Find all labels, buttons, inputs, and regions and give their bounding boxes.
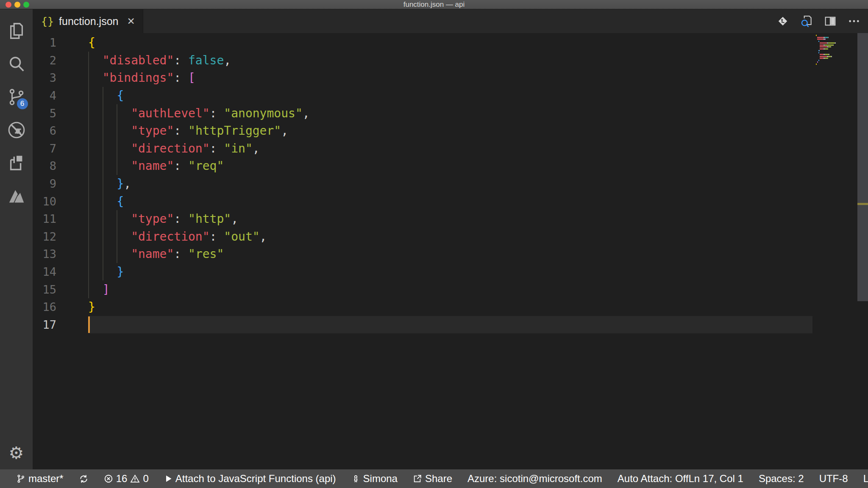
code-line[interactable]: 14}: [33, 263, 868, 281]
line-number[interactable]: 1: [33, 36, 88, 49]
tab-bar: {} function.json ✕: [33, 9, 868, 33]
line-number[interactable]: 17: [33, 318, 88, 331]
overview-cursor-marker: [857, 203, 868, 205]
line-number[interactable]: 12: [33, 230, 88, 243]
code-line[interactable]: 8"name": "req": [33, 157, 868, 175]
code-content: {: [88, 192, 812, 210]
status-label: Attach to JavaScript Functions (api): [175, 473, 336, 485]
play-icon: [164, 474, 172, 483]
line-number[interactable]: 4: [33, 89, 88, 102]
open-preview-icon[interactable]: [797, 11, 816, 31]
scrollbar[interactable]: [857, 33, 868, 469]
zoom-window-button[interactable]: [23, 2, 29, 8]
code-content: "type": "http",: [88, 210, 812, 228]
code-line[interactable]: 17: [33, 316, 868, 334]
line-number[interactable]: 13: [33, 247, 88, 261]
code-content: "name": "res": [88, 245, 812, 263]
sidebar-item-extensions[interactable]: [3, 149, 30, 179]
code-line[interactable]: 9},: [33, 175, 868, 193]
minimap[interactable]: [812, 35, 857, 107]
code-content: },: [88, 175, 812, 193]
debug-disabled-icon: [7, 120, 26, 141]
minimize-window-button[interactable]: [14, 2, 20, 8]
code-line[interactable]: 13"name": "res": [33, 245, 868, 263]
status-item-auto-attach[interactable]: Auto Attach: Off: [618, 473, 689, 485]
status-item-share[interactable]: Share: [413, 473, 452, 485]
status-label: Spaces: 2: [759, 473, 804, 485]
line-number[interactable]: 7: [33, 142, 88, 155]
line-number[interactable]: 10: [33, 195, 88, 208]
status-label: 16: [116, 473, 128, 485]
status-item-sync[interactable]: [79, 474, 89, 484]
split-editor-icon[interactable]: [821, 11, 840, 31]
code-line[interactable]: 3"bindings": [: [33, 69, 868, 87]
sidebar-item-debug[interactable]: [3, 116, 30, 146]
git-compare-icon[interactable]: [773, 11, 793, 31]
tab-close-icon[interactable]: ✕: [127, 16, 135, 27]
code-line[interactable]: 6"type": "httpTrigger",: [33, 122, 868, 140]
sidebar-item-azure[interactable]: [3, 182, 30, 212]
vscode-window: function.json — api: [0, 0, 868, 488]
more-actions-icon[interactable]: [844, 11, 864, 31]
sidebar-item-search[interactable]: [3, 50, 30, 80]
scrollbar-slider[interactable]: [857, 33, 868, 301]
files-icon: [7, 21, 26, 42]
manage-gear-button[interactable]: ⚙: [3, 442, 30, 463]
json-file-icon: {}: [41, 15, 54, 28]
status-item-eol[interactable]: LF: [863, 473, 868, 485]
status-item-azure-account[interactable]: Azure: sicotin@microsoft.com: [467, 473, 602, 485]
editor[interactable]: 1{2"disabled": false,3"bindings": [4{5"a…: [33, 33, 868, 469]
status-item-debug-attach[interactable]: Attach to JavaScript Functions (api): [164, 473, 336, 485]
line-number[interactable]: 8: [33, 159, 88, 172]
line-number[interactable]: 5: [33, 107, 88, 120]
status-item-account[interactable]: Simona: [351, 473, 398, 485]
text-cursor: [88, 316, 90, 333]
line-number[interactable]: 9: [33, 177, 88, 190]
code-line[interactable]: 11"type": "http",: [33, 210, 868, 228]
code-content: }: [88, 298, 812, 316]
warning-icon: [130, 474, 140, 484]
code-content: ]: [88, 280, 812, 298]
status-label: UTF-8: [819, 473, 848, 485]
code-content: {: [88, 34, 812, 52]
code-line[interactable]: 12"direction": "out",: [33, 228, 868, 246]
code-line[interactable]: 15]: [33, 280, 868, 298]
code-line[interactable]: 4{: [33, 87, 868, 105]
code-line[interactable]: 16}: [33, 298, 868, 316]
error-icon: [104, 474, 113, 483]
sync-icon: [79, 474, 89, 484]
line-number[interactable]: 6: [33, 124, 88, 137]
code-line[interactable]: 10{: [33, 192, 868, 210]
sidebar-item-explorer[interactable]: [3, 17, 30, 47]
close-window-button[interactable]: [6, 2, 11, 8]
status-label: 0: [143, 473, 148, 485]
status-item-problems[interactable]: 160: [104, 473, 149, 485]
status-bar: master*160Attach to JavaScript Functions…: [0, 469, 868, 488]
tab-function-json[interactable]: {} function.json ✕: [33, 9, 143, 33]
code-line[interactable]: 7"direction": "in",: [33, 140, 868, 158]
line-number[interactable]: 3: [33, 71, 88, 84]
line-number[interactable]: 11: [33, 212, 88, 225]
code-content: "direction": "out",: [88, 228, 812, 246]
line-number[interactable]: 15: [33, 283, 88, 296]
code-line[interactable]: 1{: [33, 34, 868, 52]
sidebar-item-source-control[interactable]: 6: [3, 83, 30, 113]
tab-label: function.json: [59, 15, 118, 28]
status-item-branch[interactable]: master*: [16, 473, 64, 485]
line-number[interactable]: 2: [33, 54, 88, 67]
status-label: Azure: sicotin@microsoft.com: [467, 473, 602, 485]
code-line[interactable]: 5"authLevel": "anonymous",: [33, 104, 868, 122]
status-label: Ln 17, Col 1: [688, 473, 743, 485]
person-icon: [351, 474, 360, 483]
code-line[interactable]: 2"disabled": false,: [33, 52, 868, 69]
status-item-cursor-position[interactable]: Ln 17, Col 1: [688, 473, 743, 485]
code-content: "name": "req": [88, 157, 812, 175]
line-number[interactable]: 14: [33, 265, 88, 278]
gear-icon: ⚙: [9, 444, 24, 461]
status-item-encoding[interactable]: UTF-8: [819, 473, 848, 485]
line-number[interactable]: 16: [33, 300, 88, 313]
share-icon: [413, 474, 422, 483]
activity-bar: 6: [0, 9, 33, 469]
status-item-indentation[interactable]: Spaces: 2: [759, 473, 804, 485]
search-icon: [7, 54, 26, 75]
